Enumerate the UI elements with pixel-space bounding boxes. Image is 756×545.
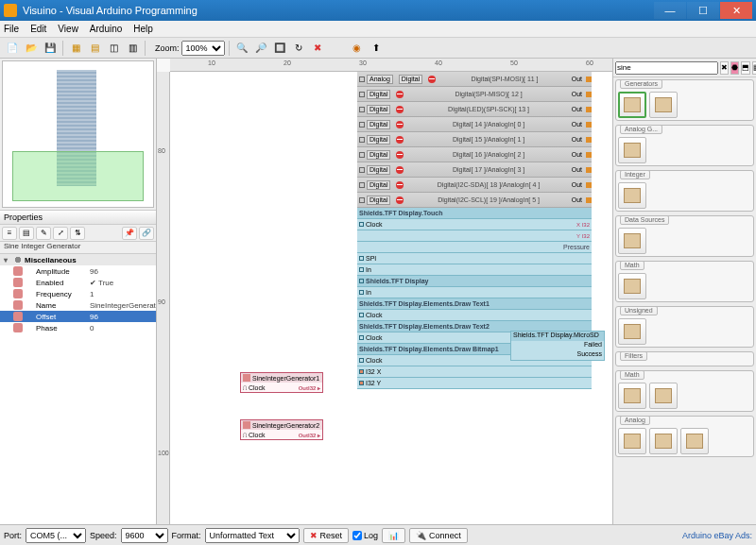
delete-button[interactable]: ✖ xyxy=(309,40,326,57)
palette-item[interactable] xyxy=(618,318,646,345)
property-row-enabled[interactable]: Enabled✔ True xyxy=(0,277,156,288)
palette-group-title[interactable]: Analog xyxy=(620,416,650,425)
palette-item[interactable] xyxy=(618,182,646,209)
digital-pin-row[interactable]: DigitalDigital(LED)(SPI-SCK)[ 13 ]Out xyxy=(357,102,592,117)
overview-viewport[interactable] xyxy=(12,151,145,200)
palette-item[interactable] xyxy=(649,383,678,409)
palette-item[interactable] xyxy=(618,137,646,163)
menu-view[interactable]: View xyxy=(58,24,78,34)
elem1-clock[interactable]: Clock xyxy=(366,312,590,318)
palette-item[interactable] xyxy=(618,383,646,409)
reset-button[interactable]: ✖Reset xyxy=(303,528,350,543)
pin-in-socket[interactable] xyxy=(359,92,365,97)
palette-group-title[interactable]: Integer xyxy=(620,170,650,179)
property-row-name[interactable]: NameSineIntegerGenerator1 xyxy=(0,299,156,311)
sine-generator-node-2[interactable]: SineIntegerGenerator2⎍ ClockOutI32 ▸ xyxy=(240,419,323,440)
pin-in-socket[interactable] xyxy=(359,152,365,158)
pin-in-socket[interactable] xyxy=(359,107,365,112)
minimize-button[interactable]: — xyxy=(654,2,686,19)
palette-item[interactable] xyxy=(618,228,646,254)
palette-group-title[interactable]: Generators xyxy=(620,79,662,89)
tft-x-out[interactable]: X I32 xyxy=(576,222,590,228)
compile-button[interactable]: ◉ xyxy=(349,40,366,57)
refresh-button[interactable]: ↻ xyxy=(290,40,307,57)
bitmap-x-in[interactable]: I32 X xyxy=(366,368,590,375)
format-select[interactable]: Unformatted Text xyxy=(205,528,300,543)
props-btn-2[interactable]: ▤ xyxy=(19,227,34,240)
microsd-panel[interactable]: Shields.TFT Display.MicroSD Failed Succe… xyxy=(510,331,605,361)
pin-in-socket[interactable] xyxy=(359,137,365,143)
zoom-out-button[interactable]: 🔎 xyxy=(252,40,269,57)
pin-in-socket[interactable] xyxy=(359,77,365,82)
speed-select[interactable]: 9600 xyxy=(121,528,168,543)
property-group[interactable]: ▾ Miscellaneous xyxy=(0,254,156,265)
palette-group-title[interactable]: Analog G... xyxy=(620,125,662,134)
property-value[interactable]: 96 xyxy=(90,313,156,321)
property-row-offset[interactable]: Offset96 xyxy=(0,311,156,322)
pin-out-socket[interactable] xyxy=(586,182,592,188)
property-value[interactable]: ✔ True xyxy=(90,279,156,287)
palette-group-title[interactable]: Filters xyxy=(620,351,647,361)
palette-search-input[interactable] xyxy=(615,61,718,75)
property-value[interactable]: 96 xyxy=(90,267,156,276)
property-row-amplitude[interactable]: Amplitude96 xyxy=(0,265,156,277)
ebay-ads-link[interactable]: Arduino eBay Ads: xyxy=(682,531,752,540)
pin-out-socket[interactable] xyxy=(586,137,592,143)
props-btn-4[interactable]: ⤢ xyxy=(53,227,68,240)
palette-item[interactable] xyxy=(680,428,709,454)
pin-out-socket[interactable] xyxy=(586,107,592,112)
digital-pin-row[interactable]: DigitalDigital[ 14 ]/AnalogIn[ 0 ]Out xyxy=(357,117,592,132)
overview-pane[interactable] xyxy=(2,60,154,208)
palette-btn-1[interactable]: ⬣ xyxy=(730,61,739,75)
log-checkbox[interactable] xyxy=(352,531,362,540)
pin-in-socket[interactable] xyxy=(359,182,365,188)
digital-pin-row[interactable]: AnalogDigitalDigital(SPI-MOSI)[ 11 ]Out xyxy=(357,72,592,87)
pin-out-socket[interactable] xyxy=(586,197,592,203)
palette-btn-2[interactable]: ⬒ xyxy=(741,61,750,75)
out-port[interactable]: OutI32 ▸ xyxy=(299,384,320,391)
save-button[interactable]: 💾 xyxy=(42,40,59,57)
digital-pin-row[interactable]: DigitalDigital[ 16 ]/AnalogIn[ 2 ]Out xyxy=(357,147,592,162)
zoom-select[interactable]: 100% xyxy=(181,41,225,56)
palette-group-title[interactable]: Math xyxy=(620,261,644,270)
microsd-failed[interactable]: Failed xyxy=(584,341,602,350)
palette-group-title[interactable]: Data Sources xyxy=(620,215,669,225)
property-value[interactable]: 1 xyxy=(90,290,156,298)
new-button[interactable]: 📄 xyxy=(4,40,21,57)
palette-btn-3[interactable]: ▦ xyxy=(752,61,756,75)
palette-group-title[interactable]: Unsigned xyxy=(620,306,658,315)
property-value[interactable]: SineIntegerGenerator1 xyxy=(90,301,156,310)
upload-button[interactable]: ⬆ xyxy=(368,40,385,57)
sine-generator-node-1[interactable]: SineIntegerGenerator1⎍ ClockOutI32 ▸ xyxy=(240,372,323,393)
digital-pin-row[interactable]: DigitalDigital(I2C-SDA)[ 18 ]/AnalogIn[ … xyxy=(357,178,592,193)
clock-port[interactable]: ⎍ Clock xyxy=(243,432,265,438)
props-btn-1[interactable]: ≡ xyxy=(2,227,17,240)
digital-pin-row[interactable]: DigitalDigital[ 17 ]/AnalogIn[ 3 ]Out xyxy=(357,162,592,178)
props-btn-3[interactable]: ✎ xyxy=(36,227,51,240)
pin-in-socket[interactable] xyxy=(359,122,365,128)
palette-scroll[interactable]: GeneratorsAnalog G...IntegerData Sources… xyxy=(613,77,756,524)
property-row-phase[interactable]: Phase0 xyxy=(0,322,156,333)
maximize-button[interactable]: ☐ xyxy=(687,2,719,19)
props-btn-5[interactable]: ⇅ xyxy=(70,227,85,240)
props-btn-pin[interactable]: 📌 xyxy=(122,227,137,240)
scope-button[interactable]: 📊 xyxy=(382,528,405,543)
pin-out-socket[interactable] xyxy=(586,77,592,82)
palette-item[interactable] xyxy=(618,428,646,454)
connect-button[interactable]: 🔌Connect xyxy=(409,528,468,543)
digital-pin-row[interactable]: DigitalDigital(SPI-MISO)[ 12 ]Out xyxy=(357,87,592,102)
pin-out-socket[interactable] xyxy=(586,167,592,173)
pin-out-socket[interactable] xyxy=(586,92,592,97)
palette-item[interactable] xyxy=(618,92,646,118)
pin-in-socket[interactable] xyxy=(359,197,365,203)
design-canvas[interactable]: SineIntegerGenerator1⎍ ClockOutI32 ▸Sine… xyxy=(170,72,612,524)
property-row-frequency[interactable]: Frequency1 xyxy=(0,288,156,299)
palette-group-title[interactable]: Math xyxy=(620,370,644,380)
property-value[interactable]: 0 xyxy=(90,324,156,332)
pin-in-socket[interactable] xyxy=(359,167,365,173)
menu-edit[interactable]: Edit xyxy=(30,24,46,34)
clock-port[interactable]: ⎍ Clock xyxy=(243,384,265,391)
palette-item[interactable] xyxy=(618,273,646,299)
bitmap-y-in[interactable]: I32 Y xyxy=(366,380,590,386)
tft-y-out[interactable]: Y I32 xyxy=(576,233,590,239)
